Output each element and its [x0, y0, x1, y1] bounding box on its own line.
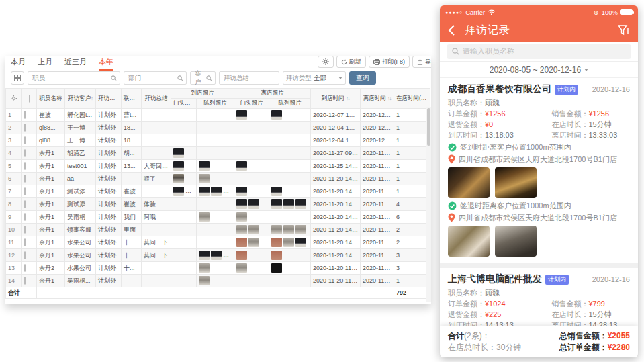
back-icon[interactable]	[448, 24, 455, 36]
header-arrive-display[interactable]: 陈列照片	[197, 99, 234, 109]
row-checkbox[interactable]	[24, 187, 26, 195]
staff-filter-input[interactable]: 职员	[28, 71, 120, 85]
settings-button[interactable]	[318, 56, 334, 68]
visit-photo[interactable]	[495, 167, 537, 198]
photo-thumbnail[interactable]	[283, 199, 294, 209]
row-checkbox[interactable]	[24, 277, 26, 285]
visit-type-select[interactable]: 拜访类型 全部	[283, 71, 346, 85]
photo-thumbnail[interactable]	[271, 199, 282, 209]
photo-thumbnail[interactable]	[199, 187, 210, 196]
photo-thumbnail[interactable]	[199, 212, 210, 222]
visit-card[interactable]: 成都百香果餐饮有限公司计划内2020-12-16职员名称：顾魏订单金额：¥125…	[440, 78, 638, 263]
photo-thumbnail[interactable]	[248, 238, 259, 247]
photo-thumbnail[interactable]	[211, 251, 222, 260]
header-arrive-time[interactable]: 到店时间 ↑↓	[311, 89, 361, 109]
row-checkbox[interactable]	[24, 200, 26, 208]
sort-icon[interactable]: ↑	[91, 96, 93, 101]
row-checkbox[interactable]	[24, 136, 26, 144]
row-checkbox[interactable]	[24, 175, 26, 183]
photo-thumbnail[interactable]	[295, 199, 306, 209]
tab-this-month[interactable]: 本月	[11, 57, 26, 71]
print-button[interactable]: 打印(F8)	[369, 56, 410, 68]
visit-photo[interactable]	[448, 226, 490, 257]
row-checkbox[interactable]	[24, 149, 26, 157]
photo-thumbnail[interactable]	[173, 174, 184, 183]
header-arrive-door[interactable]: 门头照片	[171, 99, 197, 109]
photo-thumbnail[interactable]	[173, 148, 184, 158]
filter-icon[interactable]	[618, 25, 630, 36]
photo-thumbnail[interactable]	[236, 238, 247, 247]
photo-thumbnail[interactable]	[295, 238, 306, 247]
row-checkbox[interactable]	[24, 238, 26, 246]
photo-thumbnail[interactable]	[173, 187, 184, 196]
photo-thumbnail[interactable]	[236, 199, 247, 209]
sort-icon[interactable]: ↑↓	[346, 96, 349, 101]
photo-thumbnail[interactable]	[271, 187, 282, 196]
photo-thumbnail[interactable]	[199, 174, 210, 183]
customer-filter-input[interactable]: 客户	[190, 71, 216, 85]
photo-thumbnail[interactable]	[236, 263, 247, 273]
row-checkbox[interactable]	[24, 111, 26, 119]
row-checkbox[interactable]	[24, 213, 26, 221]
query-button[interactable]: 查询	[349, 71, 376, 85]
tab-last-3-months[interactable]: 近三月	[64, 57, 87, 71]
photo-thumbnail[interactable]	[248, 225, 259, 234]
table-scrollbar[interactable]	[426, 107, 431, 302]
select-all-header[interactable]	[22, 89, 37, 109]
row-checkbox[interactable]	[24, 124, 26, 132]
photo-thumbnail[interactable]	[236, 251, 247, 260]
tab-this-year[interactable]: 本年	[99, 57, 113, 71]
header-leave-door[interactable]: 门头照片	[234, 99, 269, 109]
visit-photo[interactable]	[448, 167, 490, 198]
photo-thumbnail[interactable]	[271, 225, 282, 234]
row-checkbox[interactable]	[24, 251, 26, 259]
header-leave-time[interactable]: 离店时间 ↑↓	[361, 89, 394, 109]
cell-leave-time: 2020-12-0...	[361, 134, 394, 147]
photo-thumbnail[interactable]	[173, 161, 184, 171]
photo-thumbnail[interactable]	[199, 161, 210, 171]
photo-thumbnail[interactable]	[211, 187, 222, 196]
photo-thumbnail[interactable]	[271, 263, 282, 273]
photo-thumbnail[interactable]	[271, 110, 282, 120]
header-leave-display[interactable]: 陈列照片	[269, 99, 311, 109]
header-type[interactable]: 拜访类型	[96, 89, 122, 109]
row-checkbox[interactable]	[24, 226, 26, 234]
summary-filter-input[interactable]: 拜访总结	[219, 71, 279, 85]
sort-icon[interactable]: ↑↓	[387, 96, 391, 101]
photo-thumbnail[interactable]	[295, 225, 306, 234]
photo-thumbnail[interactable]	[199, 276, 210, 285]
photo-thumbnail[interactable]	[236, 161, 247, 171]
select-all-checkbox[interactable]	[29, 95, 30, 103]
header-staff[interactable]: 职员名称	[37, 89, 65, 109]
cell-contact: 我们	[122, 211, 142, 224]
header-customer[interactable]: 拜访客户↑	[65, 89, 96, 109]
refresh-button[interactable]: 刷新	[336, 56, 366, 68]
photo-thumbnail[interactable]	[248, 199, 259, 209]
photo-thumbnail[interactable]	[271, 251, 282, 260]
department-filter-input[interactable]: 部门	[124, 71, 187, 85]
date-range-picker[interactable]: 2020-08-05 ~ 2020-12-16	[440, 62, 638, 78]
staff-search-input[interactable]: 请输入职员名称	[447, 44, 631, 59]
photo-thumbnail[interactable]	[199, 251, 210, 260]
photo-thumbnail[interactable]	[283, 238, 294, 247]
photo-thumbnail[interactable]	[236, 212, 247, 222]
photo-thumbnail[interactable]	[236, 225, 247, 234]
visit-photo[interactable]	[495, 226, 537, 257]
header-contact[interactable]: 联系人	[122, 89, 142, 109]
scrollbar-thumb[interactable]	[427, 108, 430, 146]
company-name: 成都百香果餐饮有限公司	[448, 83, 551, 95]
header-minutes[interactable]: 在店时间(分钟)	[394, 89, 430, 109]
photo-thumbnail[interactable]	[271, 238, 282, 247]
column-grid-button[interactable]	[11, 71, 24, 85]
photo-thumbnail[interactable]	[236, 110, 247, 120]
photo-thumbnail[interactable]	[236, 187, 247, 196]
export-button[interactable]: 导出	[412, 56, 431, 68]
cell-staff: ql88...	[37, 122, 65, 134]
row-checkbox[interactable]	[24, 162, 26, 170]
row-checkbox[interactable]	[24, 264, 26, 272]
column-settings-header[interactable]	[6, 89, 22, 109]
header-summary[interactable]: 拜访总结	[142, 89, 171, 109]
photo-thumbnail[interactable]	[199, 263, 210, 273]
photo-thumbnail[interactable]	[283, 225, 294, 234]
tab-last-month[interactable]: 上月	[38, 57, 52, 71]
